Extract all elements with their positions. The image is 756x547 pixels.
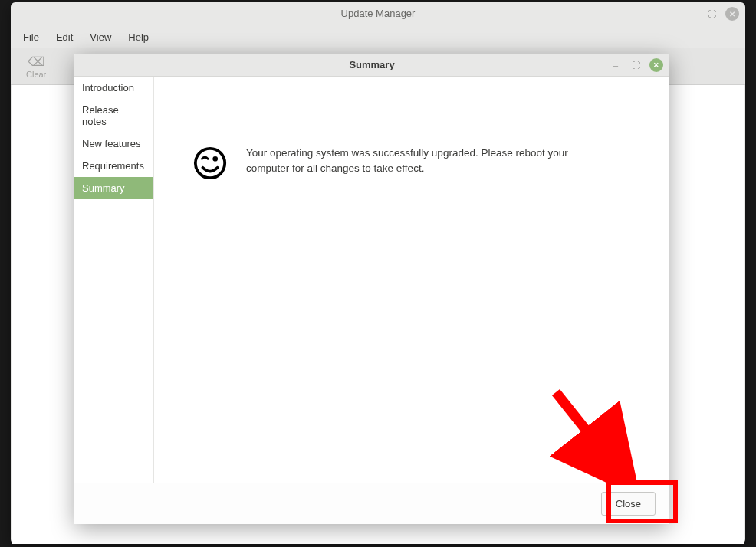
dialog-footer: Close xyxy=(74,483,669,524)
wink-face-icon xyxy=(192,146,228,184)
clear-icon: ⌫ xyxy=(28,54,45,69)
close-icon[interactable] xyxy=(649,58,663,72)
close-button[interactable]: Close xyxy=(601,492,656,516)
svg-point-1 xyxy=(212,156,218,162)
maximize-icon[interactable]: ⛶ xyxy=(705,8,718,20)
content-pane: Your operating system was successfully u… xyxy=(154,77,669,483)
svg-point-0 xyxy=(196,149,225,178)
sidebar-item-requirements[interactable]: Requirements xyxy=(74,155,153,177)
clear-button[interactable]: ⌫ Clear xyxy=(20,54,52,79)
menu-file[interactable]: File xyxy=(15,28,47,46)
dialog-titlebar-controls: – ⛶ xyxy=(610,58,663,72)
sidebar-item-release-notes[interactable]: Release notes xyxy=(74,99,153,133)
sidebar-item-summary[interactable]: Summary xyxy=(74,177,153,199)
summary-dialog: Summary – ⛶ Introduction Release notes N… xyxy=(74,54,669,524)
sidebar: Introduction Release notes New features … xyxy=(74,77,154,483)
menu-view[interactable]: View xyxy=(82,28,119,46)
summary-message: Your operating system was successfully u… xyxy=(246,146,568,175)
main-titlebar-controls: – ⛶ xyxy=(685,7,739,21)
close-icon[interactable] xyxy=(725,7,739,21)
menu-help[interactable]: Help xyxy=(120,28,156,46)
minimize-icon[interactable]: – xyxy=(610,59,622,71)
main-titlebar: Update Manager – ⛶ xyxy=(11,2,745,25)
dialog-titlebar: Summary – ⛶ xyxy=(74,54,669,77)
menubar: File Edit View Help xyxy=(11,25,745,48)
menu-edit[interactable]: Edit xyxy=(48,28,81,46)
sidebar-item-new-features[interactable]: New features xyxy=(74,133,153,155)
maximize-icon[interactable]: ⛶ xyxy=(629,59,642,71)
minimize-icon[interactable]: – xyxy=(685,8,698,20)
dialog-title: Summary xyxy=(349,59,394,70)
main-window-title: Update Manager xyxy=(341,8,416,19)
dialog-body: Introduction Release notes New features … xyxy=(74,77,669,483)
sidebar-item-introduction[interactable]: Introduction xyxy=(74,77,153,99)
clear-label: Clear xyxy=(26,70,46,79)
